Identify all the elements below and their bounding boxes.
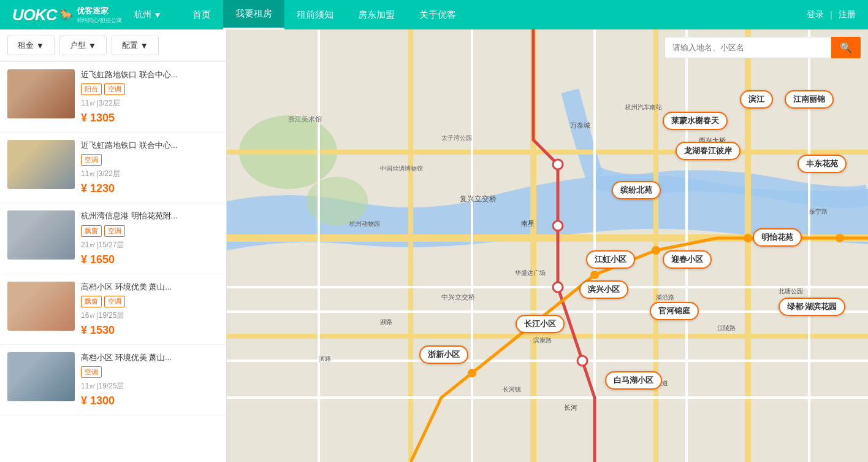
listing-item[interactable]: 杭州湾信息港 明怡花苑附... 飘窗空调 21㎡|15/27层 ¥ 1650: [0, 203, 226, 274]
listing-image: [7, 69, 75, 118]
listing-info: 高档小区 环境优美 萧山... 飘窗空调 16㎡|19/25层 ¥ 1530: [81, 282, 219, 337]
listing-image: [7, 140, 75, 189]
map-search-button[interactable]: 🔍: [831, 37, 861, 58]
listing-title: 近飞虹路地铁口 联合中心...: [81, 69, 213, 80]
svg-text:杭州动物园: 杭州动物园: [349, 220, 380, 227]
listing-title: 高档小区 环境优美 萧山...: [81, 282, 213, 293]
city-selector[interactable]: 杭州 ▼: [134, 9, 162, 20]
listing-item[interactable]: 近飞虹路地铁口 联合中心... 阳台空调 11㎡|3/22层 ¥ 1305: [0, 62, 226, 133]
listing-tag: 空调: [81, 366, 102, 378]
map-label-fengdong[interactable]: 丰东花苑: [798, 155, 847, 173]
map-label-yingchun[interactable]: 迎春小区: [663, 250, 712, 269]
listing-tag: 空调: [104, 225, 125, 237]
listing-meta: 16㎡|19/25层: [81, 310, 219, 321]
svg-text:浙江美术馆: 浙江美术馆: [288, 115, 322, 123]
map-label-binjiang[interactable]: 滨江: [740, 90, 773, 109]
filter-config-icon: ▼: [140, 41, 148, 50]
listing-tags: 飘窗空调: [81, 225, 219, 237]
filter-rent-icon: ▼: [36, 41, 44, 50]
nav-rent[interactable]: 我要租房: [223, 0, 284, 29]
map-label-jianghu[interactable]: 江虹小区: [586, 250, 635, 269]
svg-text:太子湾公园: 太子湾公园: [441, 134, 472, 141]
map-label-zhexin[interactable]: 浙新小区: [419, 345, 468, 364]
nav-before-rent[interactable]: 租前须知: [284, 0, 346, 29]
listing-price: ¥ 1530: [81, 324, 219, 337]
listing-price: ¥ 1230: [81, 182, 219, 195]
svg-point-24: [468, 369, 476, 377]
map-label-longhu[interactable]: 龙湖春江彼岸: [676, 142, 740, 160]
auth-divider: |: [830, 10, 832, 20]
filter-config-label: 配置: [122, 40, 138, 51]
svg-text:杭州汽车南站: 杭州汽车南站: [625, 104, 662, 110]
svg-text:滨路: 滨路: [319, 355, 331, 362]
listing-info: 近飞虹路地铁口 联合中心... 空调 11㎡|3/22层 ¥ 1230: [81, 140, 219, 195]
logo-icon: 🐎: [59, 8, 73, 21]
dropdown-icon: ▼: [153, 10, 162, 20]
listing-tag: 空调: [81, 154, 102, 166]
map-label-mingyi[interactable]: 明怡花苑: [753, 228, 802, 247]
sidebar: 租金 ▼ 户型 ▼ 配置 ▼ 近飞虹路地铁口 联合中心... 阳台空调 11㎡|…: [0, 29, 227, 462]
listing-info: 高档小区 环境优美 萧山... 空调 11㎡|19/25层 ¥ 1300: [81, 352, 219, 407]
register-link[interactable]: 注册: [839, 9, 856, 20]
listing-item[interactable]: 近飞虹路地铁口 联合中心... 空调 11㎡|3/22层 ¥ 1230: [0, 133, 226, 203]
svg-text:复兴立交桥: 复兴立交桥: [460, 194, 497, 203]
filter-type[interactable]: 户型 ▼: [59, 36, 107, 55]
city-label: 杭州: [134, 9, 151, 20]
listing-meta: 11㎡|3/22层: [81, 98, 219, 109]
map-label-baimahe[interactable]: 白马湖小区: [605, 371, 662, 390]
listing-item[interactable]: 高档小区 环境优美 萧山... 飘窗空调 16㎡|19/25层 ¥ 1530: [0, 274, 226, 345]
map-label-fenfen[interactable]: 缤纷北苑: [612, 181, 661, 199]
listing-image: [7, 352, 75, 401]
svg-text:长河: 长河: [564, 404, 577, 411]
map-search-input[interactable]: [664, 37, 831, 58]
map-label-changjiang[interactable]: 长江小区: [516, 315, 565, 333]
svg-text:北塘公园: 北塘公园: [779, 288, 803, 295]
svg-point-26: [590, 271, 599, 279]
header: UOKC 🐎 优客逐家 邻约同心/担任公寓 杭州 ▼ 首页 我要租房 租前须知 …: [0, 0, 868, 29]
svg-point-22: [553, 282, 563, 292]
nav-about[interactable]: 关于优客: [407, 0, 468, 29]
listing-meta: 11㎡|19/25层: [81, 381, 219, 391]
map-label-guanhe[interactable]: 官河锦庭: [650, 302, 699, 320]
listing-tag: 飘窗: [81, 296, 102, 307]
svg-text:万泰城: 万泰城: [570, 121, 590, 129]
map-label-lvshu[interactable]: 绿都·湖滨花园: [779, 298, 846, 316]
listing-tag: 空调: [104, 296, 125, 307]
listing-tags: 阳台空调: [81, 83, 219, 95]
logo[interactable]: UOKC 🐎 优客逐家 邻约同心/担任公寓: [12, 6, 122, 25]
listing-list: 近飞虹路地铁口 联合中心... 阳台空调 11㎡|3/22层 ¥ 1305 近飞…: [0, 62, 226, 462]
login-link[interactable]: 登录: [807, 9, 824, 20]
listing-tag: 空调: [104, 83, 125, 95]
svg-point-20: [553, 160, 563, 169]
listing-image: [7, 282, 75, 331]
listing-tags: 空调: [81, 366, 219, 378]
listing-image: [7, 210, 75, 260]
svg-point-27: [652, 246, 660, 255]
listing-item[interactable]: 高档小区 环境优美 萧山... 空调 11㎡|19/25层 ¥ 1300: [0, 345, 226, 415]
nav-landlord[interactable]: 房东加盟: [346, 0, 407, 29]
map-label-binxing[interactable]: 滨兴小区: [579, 280, 628, 299]
map-label-lemeng[interactable]: 莱蒙水榭春天: [663, 112, 728, 130]
svg-text:滨康路: 滨康路: [533, 337, 552, 344]
listing-info: 杭州湾信息港 明怡花苑附... 飘窗空调 21㎡|15/27层 ¥ 1650: [81, 210, 219, 266]
svg-text:长河镇: 长河镇: [503, 386, 521, 393]
filter-rent[interactable]: 租金 ▼: [7, 36, 55, 55]
svg-text:振宁路: 振宁路: [809, 208, 828, 215]
listing-info: 近飞虹路地铁口 联合中心... 阳台空调 11㎡|3/22层 ¥ 1305: [81, 69, 219, 125]
main-container: 租金 ▼ 户型 ▼ 配置 ▼ 近飞虹路地铁口 联合中心... 阳台空调 11㎡|…: [0, 29, 868, 462]
listing-title: 杭州湾信息港 明怡花苑附...: [81, 210, 213, 221]
map-label-jinnan[interactable]: 江南丽锦: [785, 90, 834, 109]
svg-point-29: [836, 234, 844, 242]
filter-config[interactable]: 配置 ▼: [112, 36, 159, 55]
filter-type-label: 户型: [70, 40, 86, 51]
svg-text:中国丝绸博物馆: 中国丝绸博物馆: [380, 165, 423, 172]
listing-meta: 11㎡|3/22层: [81, 169, 219, 179]
filter-rent-label: 租金: [18, 40, 34, 51]
svg-text:江陵路: 江陵路: [717, 325, 736, 331]
listing-meta: 21㎡|15/27层: [81, 240, 219, 250]
listing-price: ¥ 1650: [81, 253, 219, 266]
filter-bar: 租金 ▼ 户型 ▼ 配置 ▼: [0, 29, 226, 62]
svg-point-28: [744, 234, 752, 242]
svg-point-2: [306, 177, 368, 226]
nav-home[interactable]: 首页: [180, 0, 223, 29]
